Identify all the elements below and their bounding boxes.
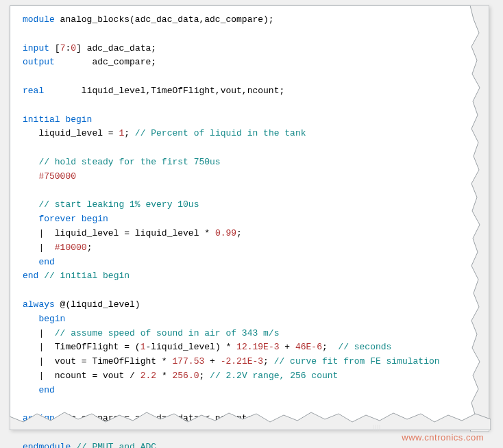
code-token: 12.19E-3	[236, 342, 284, 352]
code-line: #750000	[23, 170, 475, 184]
torn-bottom-edge	[10, 410, 489, 430]
code-token: vout	[103, 371, 130, 381]
code-token	[23, 385, 38, 395]
code-line: | liquid_level = liquid_level * 0.99;	[23, 227, 475, 241]
code-token: 0.99	[215, 228, 236, 238]
code-paper: module analog_blocks(adc_dac_data,adc_co…	[10, 5, 489, 430]
code-token: =	[108, 128, 119, 138]
code-token: end	[23, 271, 44, 281]
code-token	[23, 199, 38, 210]
torn-right-edge	[470, 5, 489, 432]
code-token: | liquid_level	[23, 228, 124, 238]
code-token: 2.2	[140, 371, 162, 381]
code-token: ;	[124, 128, 135, 138]
code-line	[23, 27, 475, 42]
code-line: forever begin	[23, 212, 475, 227]
code-token: |	[23, 328, 55, 338]
code-line	[23, 70, 475, 84]
code-token: | ncount	[23, 371, 92, 381]
code-line	[23, 184, 475, 199]
code-token: +	[284, 342, 295, 352]
code-token: // 2.2V range, 256 count	[210, 371, 338, 381]
code-line	[23, 284, 475, 298]
code-token: *	[162, 371, 173, 381]
code-token: =	[92, 371, 103, 381]
code-token	[23, 257, 38, 267]
code-token: ;	[236, 228, 242, 238]
code-line: // hold steady for the first 750us	[23, 155, 475, 170]
code-line: | // assume speed of sound in air of 343…	[23, 327, 475, 341]
code-line: always @(liquid_level)	[23, 298, 475, 312]
code-token: 256.0	[172, 371, 199, 381]
code-line: module analog_blocks(adc_dac_data,adc_co…	[23, 13, 475, 27]
code-token: TimeOfFlight	[92, 356, 161, 366]
code-token: (	[135, 342, 140, 352]
code-token: endmodule	[23, 442, 76, 448]
code-token: // initial begin	[44, 271, 130, 281]
code-line: liquid_level = 1; // Percent of liquid i…	[23, 127, 475, 141]
code-token: =	[82, 356, 93, 366]
code-line: input [7:0] adc_dac_data;	[23, 42, 475, 56]
code-token: #10000	[55, 242, 87, 253]
code-token: | vout	[23, 356, 82, 366]
code-token: (liquid_level)	[65, 299, 140, 310]
code-token: // PMUT and ADC	[76, 442, 156, 448]
code-token: -2.21E-3	[221, 356, 263, 366]
code-line	[23, 141, 475, 155]
code-line: // start leaking 1% every 10us	[23, 198, 475, 212]
code-token: *	[204, 228, 215, 238]
code-token: begin	[38, 314, 65, 324]
code-token: ;	[87, 242, 93, 253]
code-token: ] adc_dac_data;	[76, 43, 156, 53]
watermark-text: www.cntronics.com	[402, 431, 484, 445]
code-token: -liquid_level)	[145, 342, 225, 352]
code-token: 177.53	[172, 356, 210, 366]
code-token: // hold steady for the first 750us	[38, 157, 220, 167]
code-token: ;	[199, 371, 210, 381]
code-line: | TimeOfFlight = (1-liquid_level) * 12.1…	[23, 340, 475, 355]
code-token: real	[23, 86, 82, 96]
code-line: initial begin	[23, 113, 475, 127]
code-token: =	[124, 342, 135, 352]
code-line: | ncount = vout / 2.2 * 256.0; // 2.2V r…	[23, 369, 475, 384]
code-line: real liquid_level,TimeOfFlight,vout,ncou…	[23, 84, 475, 99]
code-token: [	[55, 43, 60, 53]
code-token: module	[23, 14, 60, 25]
code-token: // Percent of liquid in the tank	[135, 128, 306, 138]
code-token: output	[23, 57, 92, 67]
code-token: =	[124, 228, 135, 238]
code-line: end	[23, 384, 475, 398]
code-token: *	[162, 356, 173, 366]
code-block: module analog_blocks(adc_dac_data,adc_co…	[10, 6, 489, 448]
code-token: /	[130, 371, 140, 381]
code-line: end	[23, 256, 475, 270]
code-token: *	[226, 342, 237, 352]
code-token: analog_blocks(adc_dac_data,adc_compare);	[60, 14, 274, 25]
code-token: |	[23, 242, 55, 253]
code-token: #750000	[38, 171, 76, 182]
code-token: // seconds	[338, 342, 391, 352]
code-token: end	[38, 385, 54, 395]
code-token: ;	[322, 342, 338, 352]
code-token: forever begin	[38, 214, 108, 224]
code-token	[23, 171, 38, 182]
code-token: +	[210, 356, 221, 366]
code-token: ;	[263, 356, 274, 366]
code-token: 0	[71, 43, 76, 53]
code-line: | #10000;	[23, 241, 475, 256]
code-token: // start leaking 1% every 10us	[38, 199, 199, 210]
code-line: begin	[23, 312, 475, 327]
code-token	[23, 214, 38, 224]
code-token: input	[23, 43, 55, 53]
code-token: | TimeOfFlight	[23, 342, 124, 352]
code-line: | vout = TimeOfFlight * 177.53 + -2.21E-…	[23, 355, 475, 369]
code-token: end	[38, 257, 54, 267]
code-line	[23, 99, 475, 113]
code-token: always	[23, 299, 60, 310]
code-line: output adc_compare;	[23, 55, 475, 70]
code-token: liquid_level	[135, 228, 204, 238]
code-token: initial begin	[23, 114, 92, 125]
code-token: liquid_level	[23, 128, 108, 138]
code-token: adc_compare;	[92, 57, 156, 67]
code-token	[23, 314, 38, 324]
